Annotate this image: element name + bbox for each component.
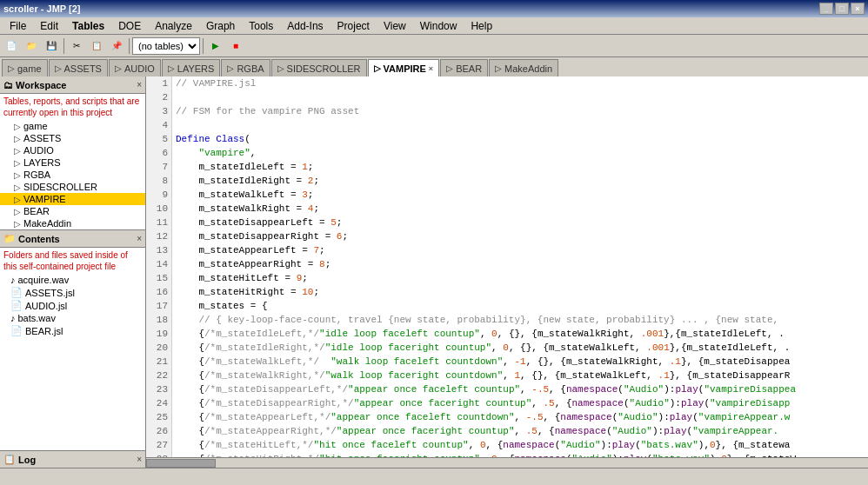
maximize-button[interactable]: □ — [835, 3, 849, 15]
stop-button[interactable]: ■ — [226, 37, 245, 56]
menu-analyze[interactable]: Analyze — [149, 18, 198, 34]
tab-rgba[interactable]: ▷ RGBA — [221, 59, 270, 76]
paste-button[interactable]: 📌 — [107, 37, 126, 56]
menu-file[interactable]: File — [3, 18, 32, 34]
tab-layers-icon: ▷ — [168, 63, 175, 73]
code-line-16: m_stateHitRight = 10; — [176, 285, 868, 299]
log-close[interactable]: × — [137, 455, 142, 464]
menu-help[interactable]: Help — [464, 18, 498, 34]
sep1 — [63, 38, 64, 54]
menu-project[interactable]: Project — [331, 18, 376, 34]
workspace-item-game[interactable]: ▷ game — [0, 120, 145, 132]
menu-addins[interactable]: Add-Ins — [281, 18, 329, 34]
titlebar: scroller - JMP [2] _ □ × — [0, 0, 868, 17]
cut-button[interactable]: ✂ — [67, 37, 86, 56]
open-button[interactable]: 📁 — [22, 37, 41, 56]
toolbar: 📄 📁 💾 ✂ 📋 📌 (no tables) ▶ ■ — [0, 35, 868, 57]
minimize-button[interactable]: _ — [819, 3, 833, 15]
menu-doe[interactable]: DOE — [112, 18, 147, 34]
tab-makeaddin[interactable]: ▷ MakeAddin — [489, 59, 558, 76]
code-line-21: {/*m_stateWalkLeft,*/ "walk loop facelef… — [176, 355, 868, 369]
menu-graph[interactable]: Graph — [200, 18, 241, 34]
tab-bear-icon: ▷ — [446, 63, 453, 73]
horizontal-scrollbar[interactable] — [146, 457, 868, 468]
tab-sidescroller-icon: ▷ — [277, 63, 284, 73]
line-23: 23 — [146, 382, 171, 396]
titlebar-controls: _ □ × — [819, 3, 865, 15]
contents-item-bats[interactable]: ♪ bats.wav — [0, 312, 145, 324]
log-icon: 📋 — [3, 454, 16, 465]
tab-bear[interactable]: ▷ BEAR — [440, 59, 488, 76]
line-2: 2 — [146, 90, 171, 104]
tab-audio[interactable]: ▷ AUDIO — [109, 59, 161, 76]
line-21: 21 — [146, 355, 171, 369]
code-line-18: // { key-loop-face-count, travel {new st… — [176, 313, 868, 327]
tab-rgba-icon: ▷ — [227, 63, 234, 73]
code-line-24: {/*m_stateDisappearRight,*/"appear once … — [176, 396, 868, 410]
contents-item-audio[interactable]: 📄 AUDIO.jsl — [0, 299, 145, 312]
code-line-22: {/*m_stateWalkRight,*/"walk loop facerig… — [176, 369, 868, 382]
tab-assets-icon: ▷ — [55, 63, 62, 73]
menu-edit[interactable]: Edit — [34, 18, 64, 34]
assets-icon: ▷ — [14, 134, 21, 143]
workspace-close[interactable]: × — [137, 80, 142, 90]
line-26: 26 — [146, 424, 171, 438]
code-line-7: m_stateIdleLeft = 1; — [176, 160, 868, 174]
contents-close[interactable]: × — [137, 234, 142, 243]
contents-item-assets[interactable]: 📄 ASSETS.jsl — [0, 286, 145, 299]
line-22: 22 — [146, 369, 171, 382]
menu-tables[interactable]: Tables — [66, 18, 110, 34]
code-lines[interactable]: // VAMPIRE.jsl // FSM for the vampire PN… — [172, 76, 868, 457]
workspace-description: Tables, reports, and scripts that are cu… — [0, 94, 145, 120]
line-20: 20 — [146, 341, 171, 355]
title-text: scroller - JMP [2] — [3, 3, 80, 14]
workspace-item-bear[interactable]: ▷ BEAR — [0, 205, 145, 217]
workspace-item-audio[interactable]: ▷ AUDIO — [0, 144, 145, 156]
bear-icon: ▷ — [14, 207, 21, 216]
code-line-19: {/*m_stateIdleLeft,*/"idle loop faceleft… — [176, 327, 868, 341]
new-button[interactable]: 📄 — [2, 37, 21, 56]
menu-view[interactable]: View — [377, 18, 412, 34]
tab-assets[interactable]: ▷ ASSETS — [49, 59, 108, 76]
rgba-icon: ▷ — [14, 170, 21, 180]
save-button[interactable]: 💾 — [42, 37, 61, 56]
close-button[interactable]: × — [851, 3, 865, 15]
code-line-17: m_states = { — [176, 299, 868, 313]
tab-vampire-close[interactable]: × — [429, 64, 433, 73]
table-dropdown[interactable]: (no tables) — [132, 37, 200, 55]
tab-game-icon: ▷ — [8, 63, 15, 73]
log-title: 📋 Log — [3, 454, 36, 465]
tab-vampire[interactable]: ▷ VAMPIRE × — [368, 59, 440, 76]
line-16: 16 — [146, 285, 171, 299]
workspace-item-makeaddin[interactable]: ▷ MakeAddin — [0, 217, 145, 229]
tab-game[interactable]: ▷ game — [2, 59, 48, 76]
copy-button[interactable]: 📋 — [87, 37, 106, 56]
line-13: 13 — [146, 243, 171, 257]
contents-item-acquire[interactable]: ♪ acquire.wav — [0, 274, 145, 286]
contents-header: 📁 Contents × — [0, 230, 145, 248]
workspace-item-layers[interactable]: ▷ LAYERS — [0, 156, 145, 169]
code-content[interactable]: 1 2 3 4 5 6 7 8 9 10 11 12 13 14 15 16 1 — [146, 76, 868, 457]
code-line-5: Define Class( — [176, 132, 868, 146]
tab-sidescroller[interactable]: ▷ SIDESCROLLER — [271, 59, 367, 76]
contents-icon: 📁 — [3, 233, 16, 244]
menu-window[interactable]: Window — [414, 18, 464, 34]
statusbar — [0, 468, 868, 485]
workspace-item-assets[interactable]: ▷ ASSETS — [0, 132, 145, 144]
workspace-item-sidescroller[interactable]: ▷ SIDESCROLLER — [0, 181, 145, 193]
menu-tools[interactable]: Tools — [243, 18, 279, 34]
line-9: 9 — [146, 188, 171, 202]
code-line-27: {/*m_stateHitLeft,*/"hit once faceleft c… — [176, 438, 868, 452]
tab-layers[interactable]: ▷ LAYERS — [162, 59, 221, 76]
code-line-23: {/*m_stateDisappearLeft,*/"appear once f… — [176, 382, 868, 396]
code-line-15: m_stateHitLeft = 9; — [176, 271, 868, 285]
workspace-item-vampire[interactable]: ▷ VAMPIRE — [0, 193, 145, 205]
line-24: 24 — [146, 396, 171, 410]
line-11: 11 — [146, 216, 171, 229]
run-button[interactable]: ▶ — [206, 37, 225, 56]
menubar: File Edit Tables DOE Analyze Graph Tools… — [0, 17, 868, 35]
tab-bear-label: BEAR — [456, 63, 482, 74]
workspace-item-rgba[interactable]: ▷ RGBA — [0, 169, 145, 181]
workspace-tree: ▷ game ▷ ASSETS ▷ AUDIO ▷ LAYERS — [0, 120, 145, 229]
contents-item-bear[interactable]: 📄 BEAR.jsl — [0, 324, 145, 337]
